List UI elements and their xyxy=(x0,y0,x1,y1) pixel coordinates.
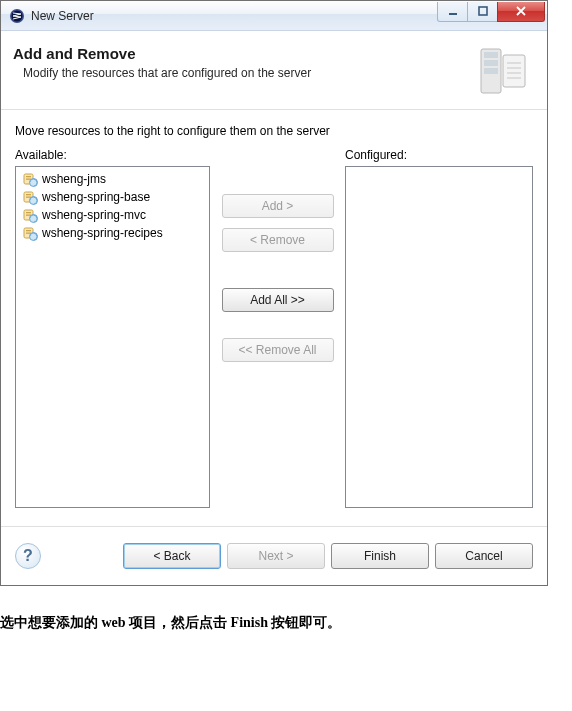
minimize-button[interactable] xyxy=(437,2,468,22)
available-label: Available: xyxy=(15,148,67,162)
svg-rect-8 xyxy=(503,55,525,87)
wizard-body: Move resources to the right to configure… xyxy=(1,110,547,526)
svg-rect-6 xyxy=(484,60,498,66)
svg-rect-2 xyxy=(449,13,457,15)
svg-rect-18 xyxy=(26,194,31,195)
window-title: New Server xyxy=(31,9,438,23)
list-item[interactable]: wsheng-spring-base xyxy=(20,188,205,206)
dialog-new-server: New Server Add and Remove Modify the res… xyxy=(0,0,548,586)
list-item-label: wsheng-spring-mvc xyxy=(42,208,146,222)
footer-buttons: < Back Next > Finish Cancel xyxy=(123,543,533,569)
page-caption: 选中想要添加的 web 项目，然后点击 Finish 按钮即可。 xyxy=(0,614,572,646)
back-button[interactable]: < Back xyxy=(123,543,221,569)
instruction-text: Move resources to the right to configure… xyxy=(15,124,533,138)
remove-button[interactable]: < Remove xyxy=(222,228,334,252)
remove-all-button[interactable]: << Remove All xyxy=(222,338,334,362)
page-title: Add and Remove xyxy=(13,45,465,62)
list-item[interactable]: wsheng-spring-recipes xyxy=(20,224,205,242)
svg-rect-22 xyxy=(26,212,31,213)
web-module-icon xyxy=(22,171,38,187)
svg-rect-3 xyxy=(479,7,487,15)
web-module-icon xyxy=(22,189,38,205)
list-item-label: wsheng-jms xyxy=(42,172,106,186)
list-labels: Available: Configured: xyxy=(15,148,533,162)
next-button[interactable]: Next > xyxy=(227,543,325,569)
server-banner-icon xyxy=(477,45,531,99)
wizard-footer: ? < Back Next > Finish Cancel xyxy=(1,526,547,585)
finish-button[interactable]: Finish xyxy=(331,543,429,569)
window-buttons xyxy=(438,2,545,22)
add-button[interactable]: Add > xyxy=(222,194,334,218)
add-all-button[interactable]: Add All >> xyxy=(222,288,334,312)
svg-rect-5 xyxy=(484,52,498,58)
svg-rect-14 xyxy=(26,176,31,177)
web-module-icon xyxy=(22,207,38,223)
help-icon-label: ? xyxy=(23,547,33,565)
configured-label: Configured: xyxy=(345,148,533,162)
cancel-button[interactable]: Cancel xyxy=(435,543,533,569)
svg-rect-26 xyxy=(26,230,31,231)
help-button[interactable]: ? xyxy=(15,543,41,569)
titlebar: New Server xyxy=(1,1,547,31)
list-item[interactable]: wsheng-jms xyxy=(20,170,205,188)
list-item-label: wsheng-spring-base xyxy=(42,190,150,204)
wizard-header: Add and Remove Modify the resources that… xyxy=(1,31,547,110)
maximize-button[interactable] xyxy=(467,2,498,22)
shuttle-buttons: Add > < Remove Add All >> << Remove All xyxy=(218,166,337,508)
page-subtitle: Modify the resources that are configured… xyxy=(13,66,465,80)
wizard-header-text: Add and Remove Modify the resources that… xyxy=(13,45,465,80)
app-icon xyxy=(9,8,25,24)
web-module-icon xyxy=(22,225,38,241)
close-button[interactable] xyxy=(497,2,545,22)
svg-rect-7 xyxy=(484,68,498,74)
available-list[interactable]: wsheng-jmswsheng-spring-basewsheng-sprin… xyxy=(15,166,210,508)
list-item-label: wsheng-spring-recipes xyxy=(42,226,163,240)
configured-list[interactable] xyxy=(345,166,533,508)
shuttle-panel: wsheng-jmswsheng-spring-basewsheng-sprin… xyxy=(15,166,533,508)
list-item[interactable]: wsheng-spring-mvc xyxy=(20,206,205,224)
